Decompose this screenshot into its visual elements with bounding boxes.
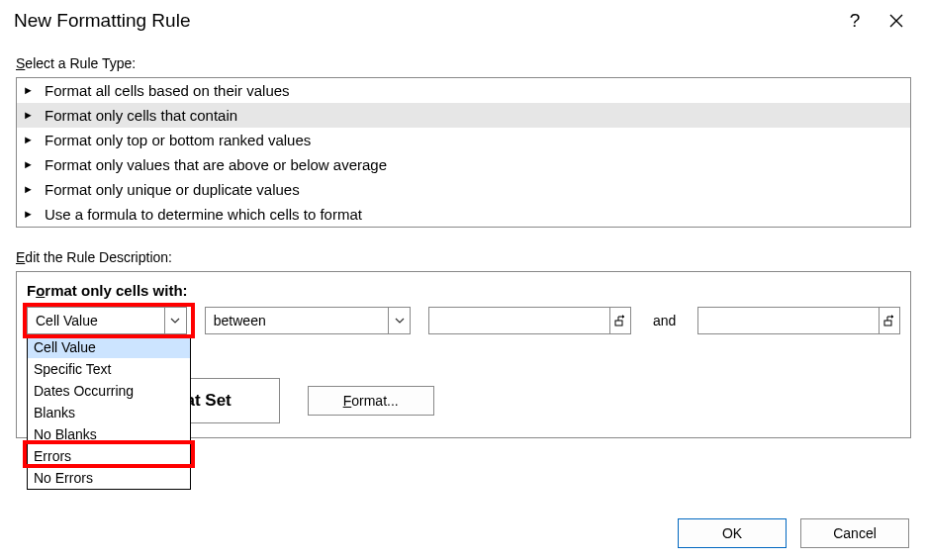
rule-type-item[interactable]: ► Format only unique or duplicate values bbox=[17, 177, 910, 202]
range-selector-button[interactable] bbox=[609, 308, 630, 333]
format-rest: ormat... bbox=[351, 393, 398, 409]
new-formatting-rule-dialog: New Formatting Rule ? Select a Rule Type… bbox=[0, 0, 927, 560]
close-button[interactable] bbox=[876, 0, 917, 42]
bullet-arrow-icon: ► bbox=[23, 159, 37, 170]
help-button[interactable]: ? bbox=[834, 0, 876, 42]
rule-type-item[interactable]: ► Use a formula to determine which cells… bbox=[17, 202, 910, 227]
value-1-input[interactable] bbox=[428, 307, 631, 334]
dropdown-option-errors[interactable]: Errors bbox=[28, 445, 190, 467]
comparison-combo[interactable]: between bbox=[205, 307, 412, 334]
dropdown-option-no-errors[interactable]: No Errors bbox=[28, 467, 190, 489]
range-selector-icon bbox=[614, 315, 626, 327]
and-label: and bbox=[649, 313, 680, 328]
close-icon bbox=[888, 13, 904, 29]
format-mnemonic: F bbox=[343, 393, 352, 409]
rule-type-text: Format only top or bottom ranked values bbox=[45, 132, 311, 148]
rule-description-box: Format only cells with: Cell Value betwe… bbox=[16, 271, 911, 438]
range-selector-button[interactable] bbox=[879, 308, 899, 333]
format-only-heading: Format only cells with: bbox=[27, 282, 900, 299]
bullet-arrow-icon: ► bbox=[23, 85, 37, 96]
cancel-button[interactable]: Cancel bbox=[800, 518, 909, 548]
criteria-type-dropdown-button[interactable] bbox=[164, 308, 186, 333]
dropdown-option-cell-value[interactable]: Cell Value bbox=[28, 336, 190, 358]
rule-type-list[interactable]: ► Format all cells based on their values… bbox=[16, 77, 911, 228]
value-2-field[interactable] bbox=[698, 308, 878, 333]
chevron-down-icon bbox=[170, 316, 180, 326]
rule-type-item[interactable]: ► Format only values that are above or b… bbox=[17, 152, 910, 177]
dropdown-option-specific-text[interactable]: Specific Text bbox=[28, 358, 190, 380]
comparison-dropdown-button[interactable] bbox=[388, 308, 410, 333]
criteria-type-value: Cell Value bbox=[28, 313, 164, 328]
criteria-type-dropdown-list[interactable]: Cell Value Specific Text Dates Occurring… bbox=[27, 335, 191, 490]
range-selector-icon bbox=[883, 315, 895, 327]
chevron-down-icon bbox=[395, 316, 405, 326]
rule-type-text: Format only unique or duplicate values bbox=[45, 181, 300, 198]
rule-type-text: Use a formula to determine which cells t… bbox=[45, 206, 362, 223]
rule-type-text: Format only values that are above or bel… bbox=[45, 156, 387, 173]
bullet-arrow-icon: ► bbox=[23, 184, 37, 195]
rule-type-item[interactable]: ► Format all cells based on their values bbox=[17, 78, 910, 103]
dropdown-option-dates-occurring[interactable]: Dates Occurring bbox=[28, 380, 190, 402]
rule-type-item[interactable]: ► Format only cells that contain bbox=[17, 103, 910, 128]
rule-type-label: Select a Rule Type: bbox=[16, 55, 911, 71]
comparison-value: between bbox=[206, 313, 389, 328]
bullet-arrow-icon: ► bbox=[23, 135, 37, 145]
bullet-arrow-icon: ► bbox=[23, 110, 37, 121]
value-1-field[interactable] bbox=[429, 308, 608, 333]
value-2-input[interactable] bbox=[697, 307, 900, 334]
rule-type-item[interactable]: ► Format only top or bottom ranked value… bbox=[17, 128, 910, 152]
edit-rule-label: Edit the Rule Description: bbox=[16, 249, 911, 265]
rule-type-text: Format only cells that contain bbox=[45, 107, 237, 124]
dialog-title: New Formatting Rule bbox=[14, 10, 834, 32]
ok-button[interactable]: OK bbox=[678, 518, 787, 548]
rule-type-text: Format all cells based on their values bbox=[45, 82, 290, 99]
dialog-content: Select a Rule Type: ► Format all cells b… bbox=[0, 42, 927, 438]
dropdown-option-no-blanks[interactable]: No Blanks bbox=[28, 423, 190, 445]
bullet-arrow-icon: ► bbox=[23, 209, 37, 220]
svg-rect-0 bbox=[615, 321, 622, 326]
dropdown-option-blanks[interactable]: Blanks bbox=[28, 402, 190, 423]
format-button[interactable]: Format... bbox=[308, 386, 434, 416]
condition-row: Cell Value between bbox=[27, 307, 900, 334]
dialog-footer: OK Cancel bbox=[678, 518, 909, 548]
titlebar: New Formatting Rule ? bbox=[0, 0, 927, 42]
criteria-type-combo[interactable]: Cell Value bbox=[27, 307, 187, 334]
svg-rect-1 bbox=[884, 321, 891, 326]
